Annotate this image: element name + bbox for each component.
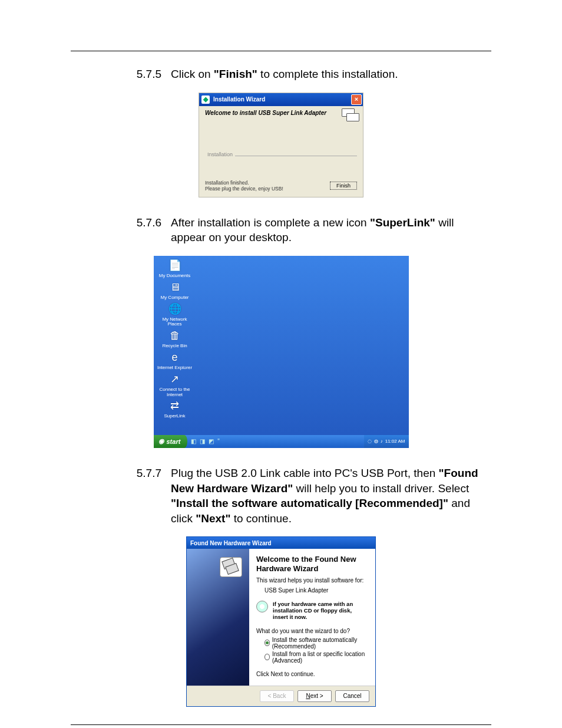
flags-icon [342, 108, 358, 120]
wizard-question: What do you want the wizard to do? [256, 628, 368, 634]
dialog-title: Installation Wizard [213, 96, 265, 103]
step-text: Plug the USB 2.0 Link cable into PC's US… [171, 467, 439, 479]
hardware-icon [220, 557, 242, 577]
desktop-icon-label: SuperLink [164, 414, 185, 419]
step-number: 5.7.5 [71, 67, 171, 82]
start-button[interactable]: ◉ start [154, 435, 188, 448]
next-hint: Click Next to continue. [256, 671, 368, 677]
dialog-titlebar: Found New Hardware Wizard [187, 537, 375, 549]
wizard-sidebar-art [187, 549, 249, 685]
radio-selected-icon [265, 640, 270, 646]
desktop-icon-glyph: ↗ [168, 373, 181, 386]
radio-unselected-icon [265, 654, 270, 660]
step-bold: "Finish" [214, 68, 257, 80]
option-label: Install the software automatically (Reco… [272, 637, 368, 650]
desktop-icon-label: Recycle Bin [162, 344, 187, 349]
step-bold: "Next" [196, 512, 230, 525]
quick-launch-icon[interactable]: ◩ [209, 438, 214, 444]
msg-line: Please plug the device, enjoy USB! [205, 186, 283, 192]
device-name: USB Super Link Adapter [265, 587, 368, 594]
desktop-icon-label: Internet Explorer [157, 365, 192, 371]
cancel-button[interactable]: Cancel [335, 690, 369, 702]
desktop-icon-label: Connect to the Internet [157, 387, 193, 398]
quick-launch: ◧ ◨ ◩ " [191, 438, 220, 444]
close-icon[interactable]: × [351, 94, 362, 105]
tray-icon[interactable]: ♪ [381, 439, 383, 444]
wizard-intro: This wizard helps you install software f… [256, 577, 368, 584]
step-number: 5.7.7 [71, 466, 171, 526]
desktop-icon-label: My Network Places [157, 317, 193, 328]
tray-icon[interactable]: ◌ [368, 439, 372, 444]
install-finished-message: Installation finished. Please plug the d… [205, 180, 283, 192]
next-button[interactable]: Next > [297, 690, 332, 702]
desktop-icon-superlink[interactable]: ⇄SuperLink [157, 400, 193, 419]
step-bold: "SuperLink" [370, 216, 435, 229]
desktop-icon-my-documents[interactable]: 📄My Documents [157, 259, 193, 279]
cd-icon [256, 601, 268, 612]
desktop-icon-internet-explorer[interactable]: eInternet Explorer [157, 351, 193, 371]
desktop-icon-label: My Computer [160, 295, 189, 301]
step-text: Click on [171, 68, 214, 80]
groupbox-legend: Installation [205, 151, 235, 157]
windows-logo-icon: ◉ [158, 437, 164, 445]
tray-icon[interactable]: ◍ [374, 439, 378, 444]
tray-clock: 11:02 AM [385, 439, 405, 444]
wizard-heading: Welcome to the Found New Hardware Wizard [256, 555, 368, 573]
step-text: to complete this installation. [257, 68, 398, 80]
installation-wizard-dialog: ◆ Installation Wizard × Welcome to insta… [199, 93, 363, 197]
step-bold: "Install the software automatically [Rec… [171, 497, 448, 509]
msg-line: Installation finished. [205, 180, 283, 186]
desktop-icon-recycle-bin[interactable]: 🗑Recycle Bin [157, 330, 193, 349]
quick-launch-divider: " [217, 438, 220, 444]
option-install-from-list[interactable]: Install from a list or specific location… [265, 651, 368, 664]
quick-launch-icon[interactable]: ◧ [191, 438, 196, 444]
desktop-icon-glyph: 🖥 [168, 281, 181, 294]
step-text: will help you to install driver. Select [293, 482, 469, 495]
step-5-7-7: 5.7.7 Plug the USB 2.0 Link cable into P… [71, 466, 491, 526]
installer-icon: ◆ [201, 95, 210, 104]
dialog-titlebar: ◆ Installation Wizard × [199, 93, 363, 106]
step-text: to continue. [230, 512, 292, 525]
desktop-icon-glyph: 📄 [168, 259, 181, 272]
cd-hint: If your hardware came with an installati… [273, 601, 368, 621]
option-install-automatically[interactable]: Install the software automatically (Reco… [265, 637, 368, 650]
desktop-icon-my-network-places[interactable]: 🌐My Network Places [157, 303, 193, 328]
back-button: < Back [260, 690, 294, 702]
desktop-icon-connect-to-the-internet[interactable]: ↗Connect to the Internet [157, 373, 193, 398]
step-5-7-6: 5.7.6 After installation is complete a n… [71, 215, 491, 245]
desktop-icon-glyph: ⇄ [168, 400, 181, 413]
desktop-icon-glyph: 🗑 [168, 330, 181, 342]
start-label: start [167, 438, 181, 445]
found-new-hardware-wizard-dialog: Found New Hardware Wizard Welcome to the… [186, 536, 376, 706]
step-number: 5.7.6 [71, 215, 171, 245]
windows-xp-desktop: 📄My Documents🖥My Computer🌐My Network Pla… [154, 256, 409, 448]
finish-button[interactable]: Finish [330, 182, 357, 190]
taskbar: ◉ start ◧ ◨ ◩ " ◌ ◍ ♪ 11:02 AM [154, 435, 409, 448]
dialog-title: Found New Hardware Wizard [190, 540, 272, 546]
desktop-icon-glyph: e [168, 351, 181, 364]
desktop-icon-my-computer[interactable]: 🖥My Computer [157, 281, 193, 301]
welcome-text: Welcome to install USB Super Link Adapte… [205, 110, 357, 116]
desktop-icon-glyph: 🌐 [168, 303, 181, 316]
bottom-rule [71, 724, 491, 725]
option-label: Install from a list or specific location… [272, 651, 368, 664]
quick-launch-icon[interactable]: ◨ [200, 438, 205, 444]
system-tray: ◌ ◍ ♪ 11:02 AM [364, 435, 409, 448]
step-text: After installation is complete a new ico… [171, 216, 370, 229]
step-5-7-5: 5.7.5 Click on "Finish" to complete this… [71, 67, 491, 82]
installation-groupbox: Installation [205, 156, 357, 163]
top-rule [71, 51, 491, 51]
desktop-icon-label: My Documents [159, 274, 190, 279]
